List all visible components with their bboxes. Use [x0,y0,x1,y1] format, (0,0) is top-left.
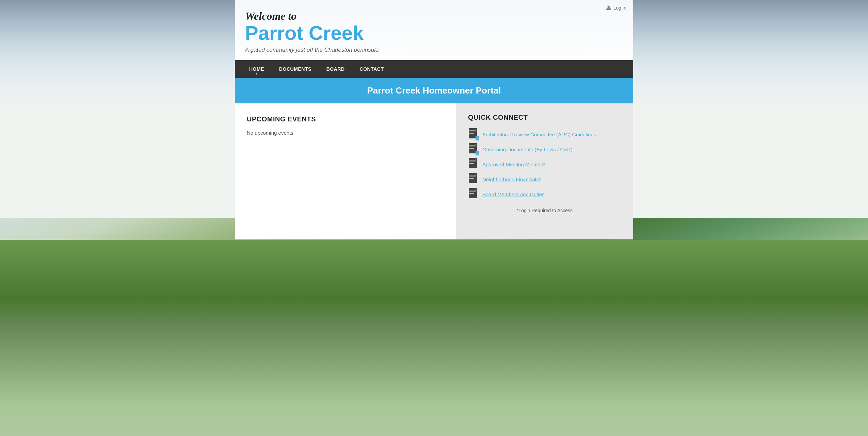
svg-rect-24 [469,177,476,177]
svg-rect-25 [469,178,474,179]
quick-link-arc[interactable]: Architectural Review Committee (ARC) Gui… [482,132,596,137]
site-name-heading: Parrot Creek [245,22,623,44]
nav-list: HOME DOCUMENTS BOARD CONTACT [242,60,626,78]
svg-rect-3 [469,132,476,132]
svg-rect-20 [469,163,474,164]
login-link[interactable]: Log in [613,5,626,11]
svg-rect-12 [469,148,474,149]
events-section-title: UPCOMING EVENTS [247,115,444,123]
document-icon-governing [468,143,479,156]
quick-link-financials[interactable]: Neighborhood Financials* [482,177,541,182]
main-nav: HOME DOCUMENTS BOARD CONTACT [235,60,633,78]
svg-rect-11 [469,147,476,147]
nav-item-board: BOARD [319,60,352,78]
svg-rect-7 [476,137,478,137]
quick-link-governing[interactable]: Governing Documents (By-Laws / C&R) [482,147,573,152]
quick-link-item-minutes: Approved Meeting Minutes* [468,158,621,171]
quick-link-item-arc: Architectural Review Committee (ARC) Gui… [468,128,621,141]
login-bar: Log in [606,5,626,11]
svg-rect-29 [469,191,476,192]
events-column: UPCOMING EVENTS No upcoming events [235,103,456,239]
document-icon-board-members [468,188,479,201]
portal-title: Parrot Creek Homeowner Portal [242,85,626,96]
main-content: UPCOMING EVENTS No upcoming events QUICK… [235,103,633,239]
svg-rect-19 [469,162,476,162]
nav-item-documents: DOCUMENTS [272,60,319,78]
nav-link-contact[interactable]: CONTACT [352,60,391,78]
no-events-message: No upcoming events [247,130,444,136]
document-icon-arc [468,128,479,141]
quick-link-item-governing: Governing Documents (By-Laws / C&R) [468,143,621,156]
nav-item-home: HOME [242,60,272,78]
site-welcome-text: Welcome to [245,10,623,22]
quick-link-board-members[interactable]: Board Members and Duties [482,191,545,197]
svg-rect-15 [476,152,478,152]
quick-connect-title: QUICK CONNECT [468,114,621,121]
svg-rect-8 [476,138,478,138]
svg-rect-16 [476,153,478,153]
login-required-note: *Login Required to Access [468,208,621,213]
quick-connect-column: QUICK CONNECT Architectural Review Commi… [456,103,633,239]
quick-link-minutes[interactable]: Approved Meeting Minutes* [482,162,545,167]
nav-item-contact: CONTACT [352,60,391,78]
document-icon-minutes [468,158,479,171]
site-header: Log in Welcome to Parrot Creek A gated c… [235,0,633,60]
document-icon-financials [468,173,479,186]
svg-rect-4 [469,133,474,134]
nav-link-board[interactable]: BOARD [319,60,352,78]
quick-links-list: Architectural Review Committee (ARC) Gui… [468,128,621,201]
page-wrapper: Log in Welcome to Parrot Creek A gated c… [235,0,633,239]
user-icon [606,5,611,11]
blue-banner: Parrot Creek Homeowner Portal [235,78,633,103]
svg-rect-30 [469,193,474,194]
quick-link-item-board-members: Board Members and Duties [468,188,621,201]
nav-link-home[interactable]: HOME [242,60,272,78]
quick-link-item-financials: Neighborhood Financials* [468,173,621,186]
site-tagline: A gated community just off the Charlesto… [245,47,623,53]
nav-link-documents[interactable]: DOCUMENTS [272,60,319,78]
